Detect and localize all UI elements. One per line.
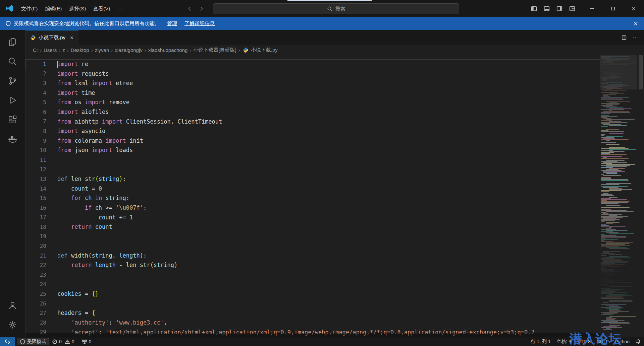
error-icon: [52, 339, 57, 344]
learn-more-link[interactable]: 了解详细信息: [184, 20, 215, 27]
line-number: 28: [25, 320, 57, 326]
search-command-center[interactable]: 搜索: [213, 3, 459, 14]
minimize-button[interactable]: [582, 0, 602, 17]
line-number: 26: [25, 300, 57, 307]
tab-close-icon[interactable]: ×: [70, 34, 73, 41]
code-line[interactable]: 19: [25, 232, 600, 241]
problems-status[interactable]: 0 0: [49, 337, 79, 346]
menu-item[interactable]: 选择(S): [65, 3, 90, 14]
code-line[interactable]: 9from colorama import init: [25, 136, 600, 146]
activity-source-control-icon[interactable]: [0, 71, 25, 90]
code-line[interactable]: 1import re: [25, 59, 600, 69]
split-editor-icon[interactable]: [621, 35, 627, 41]
activity-run-debug-icon[interactable]: [0, 90, 25, 110]
breadcrumb-item[interactable]: xiazaigongjv: [115, 47, 143, 53]
code-line[interactable]: 26: [25, 299, 600, 308]
code-text: from colorama import init: [57, 136, 143, 146]
code-line[interactable]: 16 if ch >= '\u007f':: [25, 203, 600, 213]
customize-layout-icon[interactable]: [568, 4, 577, 13]
code-line[interactable]: 27headers = {: [25, 308, 600, 318]
code-line[interactable]: 17 count += 1: [25, 213, 600, 222]
line-number: 2: [25, 70, 57, 77]
code-line[interactable]: 8import asyncio: [25, 126, 600, 136]
line-number: 13: [25, 176, 57, 182]
breadcrumb-item[interactable]: C:: [33, 47, 38, 53]
restricted-mode-status[interactable]: 受限模式: [17, 338, 49, 345]
menu-item[interactable]: 编辑(E): [41, 3, 65, 14]
code-line[interactable]: 18 return count: [25, 222, 600, 232]
cursor-position-status[interactable]: 行 1, 列 1: [528, 337, 553, 346]
tab-xiaoshuoxiazai-py[interactable]: 小说下载.py ×: [25, 30, 78, 45]
remote-indicator[interactable]: [0, 337, 15, 346]
minimap-slider[interactable]: [600, 55, 637, 89]
code-line[interactable]: 21def width(string, length):: [25, 251, 600, 261]
indentation-status[interactable]: 空格: 4: [554, 337, 575, 346]
activity-extensions-icon[interactable]: [0, 110, 25, 129]
vertical-scrollbar[interactable]: [637, 55, 644, 337]
activity-account-icon[interactable]: [0, 295, 25, 315]
maximize-button[interactable]: [602, 0, 623, 17]
code-line[interactable]: 12: [25, 165, 600, 175]
close-button[interactable]: [623, 0, 644, 17]
code-line[interactable]: 3from lxml import etree: [25, 78, 600, 88]
code-line[interactable]: 6import aiofiles: [25, 107, 600, 117]
code-line[interactable]: 10from json import loads: [25, 145, 600, 155]
minimap[interactable]: [600, 55, 637, 337]
code-line[interactable]: 28 'authority': 'www.bige3.cc',: [25, 318, 600, 328]
code-text: cookies = {}: [57, 289, 99, 299]
horizontal-scrollbar[interactable]: [25, 333, 600, 337]
code-line[interactable]: 4import time: [25, 88, 600, 98]
breadcrumb-item[interactable]: 小说下载器[自研版]: [193, 47, 236, 53]
code-line[interactable]: 24: [25, 280, 600, 289]
breadcrumb-item[interactable]: Desktop: [71, 47, 89, 53]
activity-explorer-icon[interactable]: [0, 32, 25, 52]
toggle-secondary-sidebar-icon[interactable]: [555, 4, 564, 13]
toggle-sidebar-icon[interactable]: [529, 4, 539, 13]
breadcrumb-item[interactable]: ziyvan: [95, 47, 109, 53]
language-mode-status[interactable]: Python: [612, 337, 633, 346]
manage-link[interactable]: 管理: [167, 20, 177, 27]
encoding-status[interactable]: UTF-8: [574, 337, 594, 346]
code-text: from os import remove: [57, 97, 129, 107]
code-line[interactable]: 5from os import remove: [25, 97, 600, 107]
breadcrumb-item[interactable]: z: [62, 47, 65, 53]
more-actions-icon[interactable]: ···: [632, 34, 639, 41]
activity-search-icon[interactable]: [0, 52, 25, 71]
notifications-bell[interactable]: [633, 337, 644, 346]
line-number: 21: [25, 253, 57, 259]
window-controls: [582, 0, 644, 17]
menu-item[interactable]: 查看(V): [90, 3, 114, 14]
ports-status[interactable]: 0: [79, 337, 95, 346]
breadcrumb-item[interactable]: 小说下载.py: [251, 47, 278, 53]
toggle-panel-icon[interactable]: [542, 4, 551, 13]
shield-icon: [5, 21, 11, 26]
forward-icon[interactable]: [199, 6, 205, 12]
menu-item[interactable]: 文件(F): [17, 3, 41, 14]
code-line[interactable]: 22 return length - len_str(string): [25, 260, 600, 270]
code-line[interactable]: 20: [25, 241, 600, 251]
line-number: 17: [25, 214, 57, 220]
breadcrumb-item[interactable]: Users: [44, 47, 57, 53]
code-line[interactable]: 2import requests: [25, 69, 600, 79]
eol-status[interactable]: CRLF: [594, 337, 612, 346]
breadcrumb-item[interactable]: xiaoshuopachong: [148, 47, 188, 53]
code-line[interactable]: 14 count = 0: [25, 184, 600, 194]
code-line[interactable]: 25cookies = {}: [25, 289, 600, 299]
code-line[interactable]: 7from aiohttp import ClientSession, Clie…: [25, 117, 600, 127]
banner-close-icon[interactable]: [633, 17, 639, 30]
code-line[interactable]: 11: [25, 155, 600, 165]
code-line[interactable]: 13def len_str(string):: [25, 174, 600, 184]
menu-item[interactable]: ···: [114, 3, 126, 14]
code-line[interactable]: 15 for ch in string:: [25, 193, 600, 203]
back-icon[interactable]: [186, 6, 193, 12]
activity-docker-icon[interactable]: [0, 129, 25, 149]
code-text: from aiohttp import ClientSession, Clien…: [57, 117, 222, 127]
code-editor[interactable]: 1import re2import requests3from lxml imp…: [25, 55, 644, 337]
code-text: count = 0: [57, 184, 102, 194]
code-line[interactable]: 23: [25, 270, 600, 280]
breadcrumb-separator: ›: [91, 47, 94, 53]
activity-settings-icon[interactable]: [0, 315, 25, 334]
title-bar: 文件(F)编辑(E)选择(S)查看(V)··· 搜索: [0, 0, 644, 17]
breadcrumb-separator: ›: [58, 47, 61, 53]
line-number: 10: [25, 147, 57, 153]
